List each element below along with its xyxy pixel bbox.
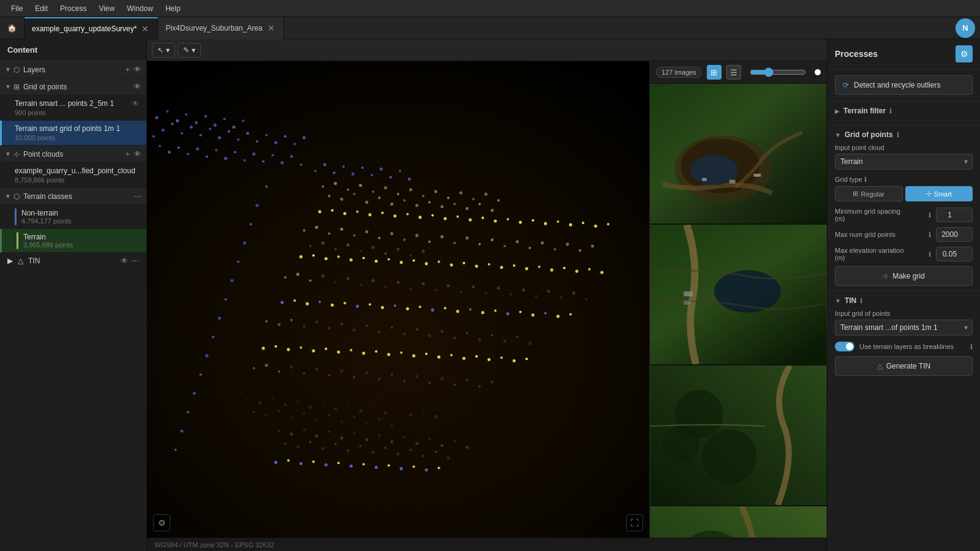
svg-point-166 [600,271,603,274]
svg-point-112 [353,234,355,237]
layers-add-btn[interactable]: + [125,65,130,74]
svg-point-44 [314,170,317,172]
make-grid-btn[interactable]: ⊹ Make grid [835,266,973,286]
point-cloud-sub: 8,759,866 points [15,176,139,184]
grid-points-panel-info[interactable]: ℹ [897,131,899,139]
menu-view[interactable]: View [92,4,121,13]
svg-point-319 [415,442,418,445]
menu-bar: File Edit Process View Window Help [0,0,980,17]
svg-point-196 [331,304,334,307]
grid-view-btn[interactable]: ⊞ [707,65,722,80]
svg-point-32 [290,156,293,158]
regular-grid-icon: ⊞ [853,190,858,198]
max-elev-input[interactable] [936,247,973,261]
regular-grid-btn[interactable]: ⊞ Regular [835,186,903,201]
tab-suburban[interactable]: Pix4Dsurvey_Suburban_Area ✕ [158,17,284,39]
layers-eye-btn[interactable]: 👁 [134,65,141,74]
user-avatar[interactable]: N [956,18,975,38]
point-clouds-add-btn[interactable]: + [125,149,130,159]
point-clouds-section-header[interactable]: ▼ ⊹ Point clouds + 👁 [0,146,146,163]
image-slider[interactable] [750,67,806,77]
svg-point-253 [450,354,453,356]
detect-recycle-btn[interactable]: ⟳ Detect and recycle outliers [835,75,973,95]
tab-suburban-close[interactable]: ✕ [266,23,276,33]
generate-tin-btn[interactable]: △ Generate TIN [835,356,973,376]
svg-point-348 [400,467,403,470]
tin-panel-header[interactable]: ▼ TIN ℹ [835,296,973,305]
layers-section-header[interactable]: ▼ ⬡ Layers + 👁 [0,61,146,78]
min-spacing-info[interactable]: ℹ [929,211,931,219]
input-point-cloud-select[interactable]: Terrain Non-terrain All points [835,154,973,170]
svg-point-187 [535,295,537,298]
non-terrain-item[interactable]: Non-terrain 4,794,177 points [0,205,146,229]
cursor-tool-btn[interactable]: ↖ ▾ [152,43,175,58]
grid-points-section-header[interactable]: ▼ ⊞ Grid ot points 👁 [0,78,146,96]
point-clouds-eye-btn[interactable]: 👁 [134,149,141,159]
tin-panel-info[interactable]: ℹ [860,297,862,305]
terrain-classes-section-header[interactable]: ▼ ⬡ Terrain classes ⋯ [0,188,146,205]
menu-help[interactable]: Help [159,4,187,13]
svg-point-22 [196,148,199,151]
processes-settings-btn[interactable]: ⚙ [956,45,973,62]
svg-point-310 [303,429,305,431]
svg-point-207 [469,308,472,310]
aerial-svg-2 [650,225,827,364]
tin-more-btn[interactable]: ⋯ [132,257,139,265]
aerial-image-2[interactable] [650,225,827,365]
svg-point-272 [403,380,405,382]
aerial-image-3[interactable] [650,365,827,506]
svg-point-344 [350,465,353,468]
menu-file[interactable]: File [5,4,29,13]
svg-point-256 [488,358,491,361]
grid-item-1-eye[interactable]: 👁 [132,99,139,108]
point-cloud-name: example_quarry_u...fied_point_cloud [15,167,135,175]
grid-points-icon: ⊞ [13,83,20,91]
tin-eye-btn[interactable]: 👁 [121,257,128,265]
tab-quarry[interactable]: example_quarry_updateSurvey* ✕ [24,17,158,39]
viewport-expand-btn[interactable]: ⛶ [626,514,643,531]
menu-process[interactable]: Process [54,4,92,13]
input-grid-select[interactable]: Terrain smart ...of points 1m 1 Terrain … [835,320,973,335]
grid-item-1[interactable]: Terrain smart ... points 2_5m 1 👁 900 po… [0,96,146,121]
svg-point-204 [431,309,434,312]
max-num-info[interactable]: ℹ [929,231,931,239]
grid-item-2-name: Terrain smart grid of points 1m 1 [15,124,120,133]
menu-edit[interactable]: Edit [29,4,54,13]
tin-expand-arrow[interactable]: ▶ [7,257,13,265]
min-spacing-input[interactable] [936,208,973,222]
list-view-btn[interactable]: ☰ [726,65,741,80]
svg-point-171 [334,281,337,283]
aerial-image-1[interactable] [650,84,827,225]
svg-point-251 [425,353,428,355]
svg-point-146 [350,258,353,261]
tab-quarry-close[interactable]: ✕ [140,24,150,34]
max-elev-info[interactable]: ℹ [929,250,931,258]
menu-window[interactable]: Window [121,4,159,13]
svg-point-56 [334,182,337,185]
grid-item-2[interactable]: Terrain smart grid of points 1m 1 10,000… [0,121,146,146]
home-button[interactable]: 🏠 [0,17,24,39]
max-num-input[interactable] [936,227,973,242]
terrain-filter-header[interactable]: ▶ Terrain filter ℹ [835,107,973,115]
viewport-3d[interactable]: ⚙ ⛶ [147,61,649,538]
svg-point-218 [290,319,293,321]
svg-point-314 [353,432,355,435]
breaklines-info[interactable]: ℹ [970,343,973,351]
terrain-item[interactable]: Terrain 3,965,689 points [0,229,146,253]
draw-tool-btn[interactable]: ✎ ▾ [178,43,201,58]
svg-point-63 [422,195,424,197]
terrain-filter-info[interactable]: ℹ [889,107,892,115]
breaklines-toggle[interactable] [835,342,854,351]
grid-points-eye-btn[interactable]: 👁 [134,82,141,91]
tin-item[interactable]: ▶ △ TIN 👁 ⋯ [0,253,146,269]
layers-arrow: ▼ [5,66,11,73]
aerial-image-4[interactable] [650,506,827,538]
viewport-area[interactable]: ⚙ ⛶ 127 images ⊞ ☰ [147,61,827,538]
smart-grid-btn[interactable]: ⊹ Smart [905,186,973,201]
grid-points-panel-header[interactable]: ▼ Grid of points ℹ [835,130,973,139]
terrain-classes-more-btn[interactable]: ⋯ [134,192,141,201]
grid-type-info[interactable]: ℹ [864,176,867,183]
svg-point-39 [205,115,207,118]
point-cloud-item[interactable]: example_quarry_u...fied_point_cloud 8,75… [0,163,146,188]
viewport-settings-btn[interactable]: ⚙ [153,514,170,531]
